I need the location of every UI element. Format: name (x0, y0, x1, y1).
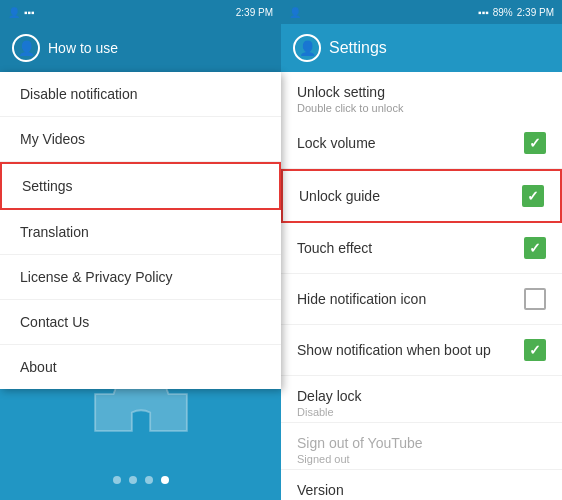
person-status-icon-right: 👤 (289, 7, 301, 18)
left-content: Disable notification My Videos Settings … (0, 72, 281, 500)
delay-lock-section: Delay lock Disable (281, 376, 562, 423)
header-title-left: How to use (48, 40, 118, 56)
signal-icon-right: ▪▪▪ (478, 7, 489, 18)
settings-item-lock-volume[interactable]: Lock volume ✓ (281, 118, 562, 169)
hide-notification-label: Hide notification icon (297, 291, 524, 307)
page-dots (113, 476, 169, 484)
status-bar-right: 👤 ▪▪▪ 89% 2:39 PM (281, 0, 562, 24)
menu-item-contact[interactable]: Contact Us (0, 300, 281, 345)
touch-effect-check: ✓ (529, 241, 541, 255)
dot-2 (129, 476, 137, 484)
dot-3 (145, 476, 153, 484)
header-right: 👤 Settings (281, 24, 562, 72)
settings-item-show-notification[interactable]: Show notification when boot up ✓ (281, 325, 562, 376)
delay-lock-subtitle: Disable (297, 406, 546, 418)
unlock-setting-title: Unlock setting (297, 84, 546, 100)
lock-volume-checkbox[interactable]: ✓ (524, 132, 546, 154)
dropdown-menu: Disable notification My Videos Settings … (0, 72, 281, 389)
avatar-left: 👤 (12, 34, 40, 62)
menu-item-translation[interactable]: Translation (0, 210, 281, 255)
version-section: Version (281, 470, 562, 500)
touch-effect-checkbox[interactable]: ✓ (524, 237, 546, 259)
settings-list: Unlock setting Double click to unlock Lo… (281, 72, 562, 500)
avatar-icon-right: 👤 (299, 40, 316, 56)
dot-4-active (161, 476, 169, 484)
unlock-guide-checkbox[interactable]: ✓ (522, 185, 544, 207)
show-notification-label: Show notification when boot up (297, 342, 524, 358)
menu-item-license[interactable]: License & Privacy Policy (0, 255, 281, 300)
menu-item-my-videos[interactable]: My Videos (0, 117, 281, 162)
settings-item-hide-notification[interactable]: Hide notification icon (281, 274, 562, 325)
unlock-guide-label: Unlock guide (299, 188, 522, 204)
status-icons-right: ▪▪▪ 89% 2:39 PM (478, 7, 554, 18)
time-right: 2:39 PM (517, 7, 554, 18)
avatar-right: 👤 (293, 34, 321, 62)
settings-item-unlock-guide[interactable]: Unlock guide ✓ (281, 169, 562, 223)
touch-effect-label: Touch effect (297, 240, 524, 256)
lock-volume-check: ✓ (529, 136, 541, 150)
unlock-setting-subtitle: Double click to unlock (297, 102, 546, 114)
menu-item-disable-notification[interactable]: Disable notification (0, 72, 281, 117)
unlock-setting-section: Unlock setting Double click to unlock (281, 72, 562, 118)
right-panel: 👤 ▪▪▪ 89% 2:39 PM 👤 Settings Unlock sett… (281, 0, 562, 500)
time-left: 2:39 PM (236, 7, 273, 18)
show-notification-checkbox[interactable]: ✓ (524, 339, 546, 361)
lock-volume-label: Lock volume (297, 135, 524, 151)
show-notification-check: ✓ (529, 343, 541, 357)
menu-item-settings[interactable]: Settings (0, 162, 281, 210)
delay-lock-title: Delay lock (297, 388, 546, 404)
status-bar-left: 👤 ▪▪▪ 2:39 PM (0, 0, 281, 24)
battery-text-right: 89% (493, 7, 513, 18)
left-panel: 👤 ▪▪▪ 2:39 PM 👤 How to use Disable notif… (0, 0, 281, 500)
sign-out-title: Sign out of YouTube (297, 435, 546, 451)
dot-1 (113, 476, 121, 484)
menu-item-about[interactable]: About (0, 345, 281, 389)
header-title-right: Settings (329, 39, 387, 57)
unlock-guide-check: ✓ (527, 189, 539, 203)
signal-icon-left: ▪▪▪ (24, 7, 35, 18)
avatar-icon-left: 👤 (18, 40, 35, 56)
header-left: 👤 How to use (0, 24, 281, 72)
sign-out-subtitle: Signed out (297, 453, 546, 465)
version-title: Version (297, 482, 546, 498)
hide-notification-checkbox[interactable] (524, 288, 546, 310)
settings-item-touch-effect[interactable]: Touch effect ✓ (281, 223, 562, 274)
sign-out-section[interactable]: Sign out of YouTube Signed out (281, 423, 562, 470)
person-status-icon-left: 👤 (8, 7, 20, 18)
status-icons-left: 👤 ▪▪▪ (8, 7, 35, 18)
